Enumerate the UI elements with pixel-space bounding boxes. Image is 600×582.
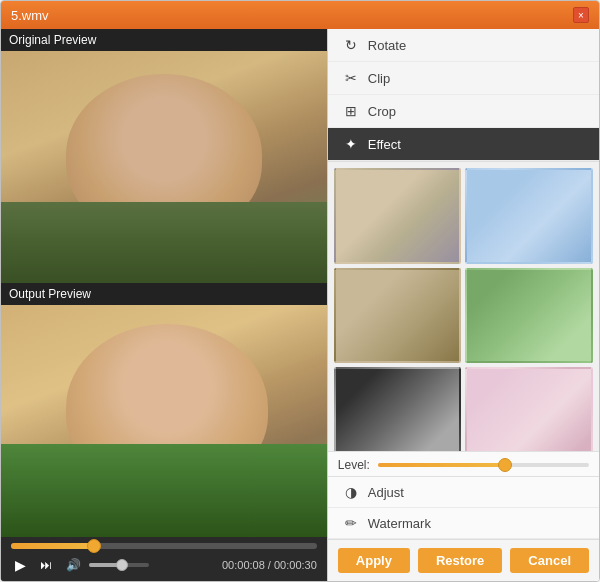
main-window: 5.wmv × Original Preview Output Preview [0,0,600,582]
original-preview [1,51,327,283]
clip-icon: ✂ [342,70,360,86]
output-video-frame [1,305,327,537]
original-preview-section: Original Preview [1,29,327,283]
action-bar: Apply Restore Cancel [328,539,599,581]
adjust-label: Adjust [368,485,404,500]
right-panel: ↻ Rotate ✂ Clip ⊞ Crop ✦ Effect [328,29,599,581]
rotate-label: Rotate [368,38,406,53]
cancel-button[interactable]: Cancel [510,548,589,573]
tool-crop[interactable]: ⊞ Crop [328,95,599,128]
clip-label: Clip [368,71,390,86]
level-area: Level: [328,451,599,476]
effect-thumb-bg-2 [467,170,591,262]
effect-thumb-bg-1 [336,170,460,262]
progress-fill [11,543,94,549]
window-title: 5.wmv [11,8,49,23]
tool-effect[interactable]: ✦ Effect [328,128,599,161]
watermark-icon: ✏ [342,515,360,531]
level-slider[interactable] [378,463,589,467]
bottom-tools: ◑ Adjust ✏ Watermark [328,476,599,539]
effect-thumb-nature[interactable] [465,268,593,364]
level-fill [378,463,505,467]
level-label: Level: [338,458,370,472]
controls-area: ▶ ⏭ 🔊 00:00:08 / 00:00:30 [1,537,327,581]
total-time: 00:00:30 [274,559,317,571]
step-forward-button[interactable]: ⏭ [36,556,56,574]
close-button[interactable]: × [573,7,589,23]
output-preview-label: Output Preview [1,283,327,305]
time-separator: / [268,559,271,571]
tool-menu: ↻ Rotate ✂ Clip ⊞ Crop ✦ Effect [328,29,599,162]
output-preview [1,305,327,537]
progress-bar[interactable] [11,543,317,549]
effect-thumb-bg-4 [467,270,591,362]
crop-icon: ⊞ [342,103,360,119]
effect-thumb-normal[interactable] [334,168,462,264]
effect-thumb-grayscale[interactable] [334,367,462,451]
tool-watermark[interactable]: ✏ Watermark [328,508,599,539]
play-button[interactable]: ▶ [11,555,30,575]
controls-row: ▶ ⏭ 🔊 00:00:08 / 00:00:30 [11,555,317,575]
effect-thumb-bg-5 [336,369,460,451]
effect-thumb-warm[interactable] [334,268,462,364]
crop-label: Crop [368,104,396,119]
left-panel: Original Preview Output Preview ▶ [1,29,328,581]
effect-grid: Colored Pencil [334,168,593,451]
progress-thumb[interactable] [87,539,101,553]
effect-label: Effect [368,137,401,152]
effect-icon: ✦ [342,136,360,152]
restore-button[interactable]: Restore [418,548,502,573]
volume-area: 🔊 [62,556,149,574]
volume-thumb[interactable] [116,559,128,571]
time-display: 00:00:08 / 00:00:30 [222,559,317,571]
level-thumb[interactable] [498,458,512,472]
effect-thumb-softpink[interactable] [465,367,593,451]
effect-thumb-bg-6 [467,369,591,451]
tool-rotate[interactable]: ↻ Rotate [328,29,599,62]
adjust-icon: ◑ [342,484,360,500]
title-bar: 5.wmv × [1,1,599,29]
original-preview-label: Original Preview [1,29,327,51]
original-video-frame [1,51,327,283]
tool-adjust[interactable]: ◑ Adjust [328,477,599,508]
effect-thumb-bg-3 [336,270,460,362]
effect-grid-container: Colored Pencil [328,162,599,451]
current-time: 00:00:08 [222,559,265,571]
watermark-label: Watermark [368,516,431,531]
volume-icon: 🔊 [62,556,85,574]
volume-slider[interactable] [89,563,149,567]
output-preview-section: Output Preview [1,283,327,537]
apply-button[interactable]: Apply [338,548,410,573]
effect-thumb-sky[interactable] [465,168,593,264]
main-content: Original Preview Output Preview ▶ [1,29,599,581]
tool-clip[interactable]: ✂ Clip [328,62,599,95]
rotate-icon: ↻ [342,37,360,53]
